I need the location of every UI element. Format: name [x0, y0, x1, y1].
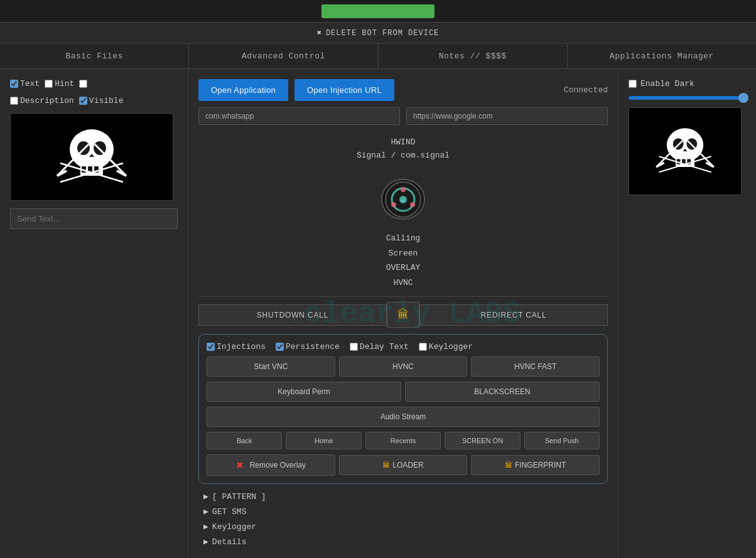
- collapsible-pattern-label: [ PATTERN ]: [212, 492, 266, 502]
- hvnc-button[interactable]: HVNC: [339, 357, 468, 377]
- blackscreen-button[interactable]: BLACKSCREEN: [405, 382, 600, 402]
- checkbox-delay-text[interactable]: Delay Text: [350, 342, 409, 351]
- status-labels: Calling Screen OVERLAY HVNC: [198, 231, 608, 290]
- svg-point-20: [667, 128, 703, 161]
- feature-box: Injections Persistence Delay Text Keylog…: [198, 334, 608, 484]
- feature-checkbox-row: Injections Persistence Delay Text Keylog…: [207, 342, 600, 351]
- delete-x-icon: ✖: [317, 28, 322, 38]
- send-text-input[interactable]: [10, 208, 178, 229]
- loader-label: LOADER: [392, 461, 423, 469]
- fingerprint-button[interactable]: 🏛 FINGERPRINT: [471, 455, 600, 475]
- send-push-button[interactable]: Send Push: [524, 432, 600, 449]
- svg-text:☣: ☣: [401, 197, 405, 204]
- connected-label: Connected: [564, 85, 608, 95]
- svg-point-0: [70, 129, 114, 169]
- enable-dark-checkbox[interactable]: [629, 80, 637, 88]
- loader-bank-icon: 🏛: [382, 461, 390, 469]
- audio-stream-button[interactable]: Audio Stream: [207, 407, 600, 427]
- checkbox-keylogger[interactable]: Keylogger: [419, 342, 473, 351]
- checkbox-hint[interactable]: Hint: [45, 79, 74, 89]
- top-bar: [0, 0, 756, 23]
- collapsible-keylogger[interactable]: ▶ Keylogger: [203, 520, 608, 533]
- remove-overlay-button[interactable]: ✖ Remove Overlay: [207, 454, 335, 476]
- collapsible-get-sms[interactable]: ▶ GET SMS: [203, 505, 608, 518]
- checkbox-delay-text-input[interactable]: [350, 343, 358, 351]
- open-application-button[interactable]: Open Application: [198, 79, 288, 101]
- redirect-call-button[interactable]: REDIRECT CALL: [419, 304, 608, 326]
- triangle-icon-keylogger: ▶: [203, 522, 208, 532]
- checkbox-keylogger-label: Keylogger: [429, 342, 473, 351]
- checkbox-text-label: Text: [20, 79, 40, 89]
- main-content: Text Hint Description Visible: [0, 69, 756, 558]
- collapsible-details[interactable]: ▶ Details: [203, 535, 608, 548]
- recents-button[interactable]: Recents: [365, 432, 441, 449]
- checkbox-text-input[interactable]: [10, 80, 18, 88]
- keyboard-perm-button[interactable]: Keyboard Perm: [207, 382, 401, 402]
- checkbox-visible-input[interactable]: [79, 97, 87, 105]
- checkbox-injections-label: Injections: [217, 342, 266, 351]
- tab-notes[interactable]: Notes // $$$$: [379, 44, 568, 68]
- delete-label: DELETE BOT FROM DEVICE: [326, 29, 439, 38]
- center-panel: Open Application Open Injection URL Conn…: [188, 69, 618, 558]
- checkbox-persistence[interactable]: Persistence: [276, 342, 340, 351]
- collapsible-get-sms-label: GET SMS: [212, 507, 247, 517]
- loader-button[interactable]: 🏛 LOADER: [339, 455, 468, 475]
- skull-svg-right: [654, 120, 716, 183]
- status-screen: Screen: [198, 246, 608, 260]
- checkbox-row-1: Text Hint: [10, 79, 178, 89]
- triangle-icon-details: ▶: [203, 537, 208, 547]
- checkbox-description[interactable]: Description: [10, 96, 74, 105]
- signal-label: Signal / com.signal: [198, 149, 608, 163]
- tab-applications-manager[interactable]: Applications Manager: [568, 44, 756, 68]
- open-injection-url-button[interactable]: Open Injection URL: [294, 79, 394, 101]
- home-button[interactable]: Home: [286, 432, 361, 449]
- checkbox-persistence-input[interactable]: [276, 343, 284, 351]
- tab-basic-files[interactable]: Basic Files: [0, 44, 189, 68]
- collapsible-pattern[interactable]: ▶ [ PATTERN ]: [203, 490, 608, 503]
- checkbox-hint-input[interactable]: [45, 80, 53, 88]
- checkbox-keylogger-input[interactable]: [419, 343, 427, 351]
- checkbox-extra[interactable]: [79, 80, 89, 88]
- checkbox-visible[interactable]: Visible: [79, 96, 124, 105]
- skull-image-left: [10, 113, 173, 201]
- start-vnc-button[interactable]: Start VNC: [207, 357, 335, 377]
- tab-advanced-control[interactable]: Advanced Control: [189, 44, 378, 68]
- back-button[interactable]: Back: [207, 432, 282, 449]
- checkbox-injections[interactable]: Injections: [207, 342, 266, 351]
- enable-dark-label: Enable Dark: [640, 79, 694, 89]
- overlay-row: ✖ Remove Overlay 🏛 LOADER 🏛 FINGERPRINT: [207, 454, 600, 476]
- checkbox-visible-label: Visible: [89, 96, 124, 105]
- checkbox-injections-input[interactable]: [207, 343, 215, 351]
- slider-bar[interactable]: [629, 96, 746, 100]
- hwind-info: HWIND Signal / com.signal: [198, 131, 608, 168]
- remove-overlay-label: Remove Overlay: [250, 461, 306, 469]
- slider-handle[interactable]: [738, 93, 748, 103]
- url-input[interactable]: [406, 107, 608, 125]
- delete-bar: ✖ DELETE BOT FROM DEVICE: [0, 23, 756, 44]
- status-overlay: OVERLAY: [198, 260, 608, 275]
- checkbox-extra-input[interactable]: [79, 80, 87, 88]
- checkbox-description-input[interactable]: [10, 97, 18, 105]
- triangle-icon-pattern: ▶: [203, 491, 208, 502]
- shutdown-call-button[interactable]: SHUTDOWN CALL: [198, 304, 387, 326]
- svg-point-17: [391, 202, 396, 207]
- top-green-button[interactable]: [321, 4, 435, 18]
- bank-icon: 🏛: [397, 308, 409, 321]
- package-input[interactable]: [198, 107, 400, 125]
- status-hvnc: HVNC: [198, 276, 608, 290]
- hwind-label: HWIND: [198, 136, 608, 149]
- bank-icon-button[interactable]: 🏛: [387, 302, 419, 328]
- avatar-circle: ☣: [381, 179, 425, 220]
- left-panel: Text Hint Description Visible: [0, 69, 188, 558]
- checkbox-text[interactable]: Text: [10, 79, 40, 89]
- collapsible-list: ▶ [ PATTERN ] ▶ GET SMS ▶ Keylogger ▶ De…: [198, 490, 608, 548]
- collapsible-details-label: Details: [212, 537, 247, 547]
- input-row: [198, 107, 608, 125]
- nav-tabs: Basic Files Advanced Control Notes // $$…: [0, 44, 756, 69]
- checkbox-row-2: Description Visible: [10, 96, 178, 105]
- enable-dark-row: Enable Dark: [629, 79, 746, 89]
- hvnc-fast-button[interactable]: HVNC FAST: [471, 357, 600, 377]
- screen-on-button[interactable]: SCREEN ON: [445, 432, 520, 449]
- nav-button-row: Back Home Recents SCREEN ON Send Push: [207, 432, 600, 449]
- collapsible-keylogger-label: Keylogger: [212, 522, 256, 532]
